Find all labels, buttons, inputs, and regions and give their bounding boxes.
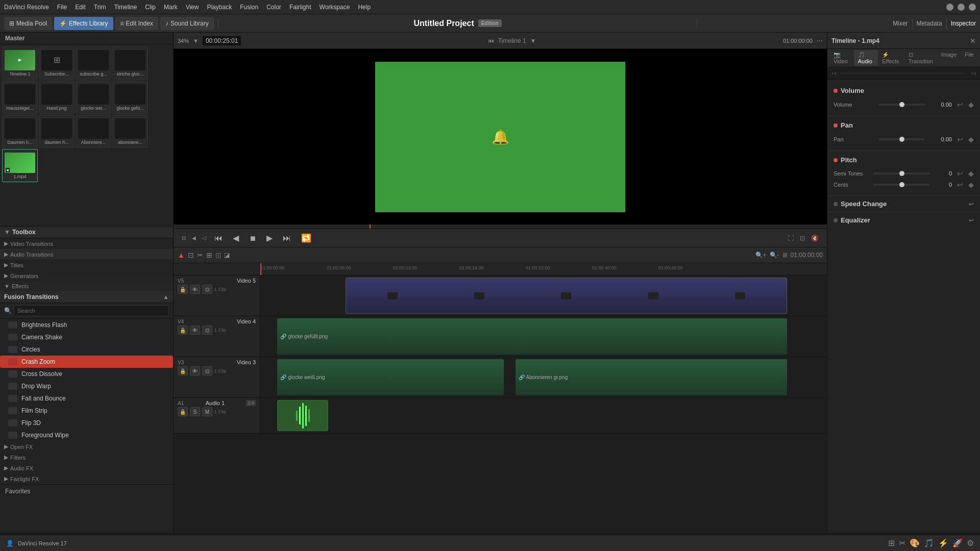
mute-button[interactable]: 🔇 bbox=[811, 235, 819, 242]
menu-edit[interactable]: Edit bbox=[75, 4, 86, 11]
blade-icon[interactable]: ✂ bbox=[197, 251, 203, 259]
cents-slider[interactable] bbox=[873, 184, 930, 186]
media-item-subscribe-g[interactable]: subscribe g... bbox=[76, 46, 111, 80]
mixer-button[interactable]: Mixer bbox=[893, 20, 908, 27]
prev-frame-icon[interactable]: ⏮ bbox=[488, 37, 494, 44]
slip-icon[interactable]: ◫ bbox=[215, 252, 221, 259]
media-item-maus[interactable]: mauszeiger... bbox=[2, 81, 38, 114]
menu-fairlight[interactable]: Fairlight bbox=[289, 4, 311, 11]
eye-v4[interactable]: 👁 bbox=[190, 325, 200, 335]
zoom-out-icon[interactable]: 🔍- bbox=[770, 252, 779, 259]
lock-a1[interactable]: 🔒 bbox=[178, 407, 188, 416]
zoom-level[interactable]: 34% bbox=[178, 38, 189, 44]
pan-keyframe[interactable]: ◆ bbox=[968, 135, 974, 143]
audio-clip-a1[interactable] bbox=[277, 400, 328, 431]
effect-brightness-flash[interactable]: Brightness Flash bbox=[0, 319, 173, 331]
close-button[interactable] bbox=[969, 4, 976, 11]
cents-keyframe[interactable]: ◆ bbox=[968, 181, 974, 189]
menu-file[interactable]: File bbox=[57, 4, 67, 11]
filters-item[interactable]: ▶ Filters bbox=[0, 452, 173, 463]
clip-v3[interactable]: ⊡ bbox=[202, 366, 212, 375]
volume-reset[interactable]: ↩ bbox=[957, 101, 963, 109]
pan-slider[interactable] bbox=[878, 138, 925, 140]
titles-item[interactable]: ▶ Titles bbox=[0, 260, 173, 270]
clip-v5[interactable]: ⊡ bbox=[202, 285, 212, 294]
menu-help[interactable]: Help bbox=[358, 4, 371, 11]
menu-mark[interactable]: Mark bbox=[164, 4, 178, 11]
effects-item-nav[interactable]: ▼ Effects bbox=[0, 281, 173, 291]
fairlight-bottom-icon[interactable]: 🎵 bbox=[924, 538, 934, 548]
effect-fall-and-bounce[interactable]: Fall and Bounce bbox=[0, 392, 173, 405]
effects-search-input[interactable] bbox=[14, 305, 169, 316]
step-back-button[interactable]: ◀ bbox=[231, 231, 241, 245]
menu-playback[interactable]: Playback bbox=[207, 4, 232, 11]
more-options-icon[interactable]: ⋯ bbox=[817, 37, 823, 44]
semitones-slider[interactable] bbox=[873, 172, 930, 174]
volume-keyframe[interactable]: ◆ bbox=[968, 101, 974, 109]
generators-item[interactable]: ▶ Generators bbox=[0, 270, 173, 281]
pan-reset[interactable]: ↩ bbox=[957, 135, 963, 143]
media-item-glocke-wei[interactable]: glocke wei... bbox=[76, 81, 111, 114]
effects-bottom-icon[interactable]: ⚡ bbox=[938, 538, 948, 548]
trim-icon[interactable]: ⊡ bbox=[188, 251, 194, 259]
toolbox-toggle[interactable]: ▼ bbox=[4, 229, 10, 236]
delivery-bottom-icon[interactable]: 🚀 bbox=[952, 538, 963, 548]
app-name[interactable]: DaVinci Resolve bbox=[4, 4, 49, 11]
media-pool-button[interactable]: ⊞ Media Pool bbox=[4, 17, 52, 30]
color-bottom-icon[interactable]: 🎨 bbox=[910, 538, 920, 548]
fairlight-fx-item[interactable]: ▶ Fairlight FX bbox=[0, 473, 173, 484]
audio-fx-item[interactable]: ▶ Audio FX bbox=[0, 463, 173, 473]
dynamic-trim-icon[interactable]: ⊞ bbox=[206, 251, 212, 259]
loop-button[interactable]: 🔁 bbox=[299, 231, 313, 245]
tab-transition[interactable]: ⊡ Transition bbox=[904, 50, 937, 66]
minimize-button[interactable] bbox=[946, 4, 953, 11]
maximize-button[interactable] bbox=[958, 4, 965, 11]
menu-color[interactable]: Color bbox=[266, 4, 281, 11]
menu-fusion[interactable]: Fusion bbox=[240, 4, 258, 11]
menu-clip[interactable]: Clip bbox=[145, 4, 156, 11]
eye-v5[interactable]: 👁 bbox=[190, 285, 200, 294]
effect-camera-shake[interactable]: Camera Shake bbox=[0, 331, 173, 343]
media-item-striche[interactable]: striche gloc... bbox=[112, 46, 148, 80]
menu-timeline[interactable]: Timeline bbox=[114, 4, 137, 11]
eye-v3[interactable]: 👁 bbox=[190, 366, 200, 375]
media-item-abonniere2[interactable]: abonniere... bbox=[112, 115, 148, 148]
open-fx-item[interactable]: ▶ Open FX bbox=[0, 441, 173, 452]
go-to-end-button[interactable]: ⏭ bbox=[281, 232, 293, 245]
settings-bottom-icon[interactable]: ⚙ bbox=[967, 538, 974, 548]
effect-crash-zoom[interactable]: Crash Zoom bbox=[0, 356, 173, 368]
tab-effects[interactable]: ⚡ Effects bbox=[878, 50, 904, 66]
cents-reset[interactable]: ↩ bbox=[957, 181, 963, 189]
sound-library-button[interactable]: ♪ Sound Library bbox=[160, 17, 214, 30]
media-item-daumen-h[interactable]: daumen h... bbox=[39, 115, 75, 148]
edit-bottom-icon[interactable]: ✂ bbox=[899, 538, 905, 548]
media-pool-bottom-icon[interactable]: ⊞ bbox=[888, 538, 895, 548]
effect-drop-warp[interactable]: Drop Warp bbox=[0, 380, 173, 392]
mute-a1[interactable]: M bbox=[202, 407, 212, 416]
media-item-hand[interactable]: Hand.png bbox=[39, 81, 75, 114]
menu-trim[interactable]: Trim bbox=[94, 4, 106, 11]
effect-foreground-wipe[interactable]: Foreground Wipe bbox=[0, 429, 173, 441]
menu-workspace[interactable]: Workspace bbox=[320, 4, 350, 11]
clip-v3-1[interactable]: 🔗 glocke weiß.png bbox=[277, 359, 504, 395]
media-item-timeline1[interactable]: ▶ Timeline 1 bbox=[2, 46, 38, 80]
zoom-in-icon[interactable]: 🔍+ bbox=[755, 252, 767, 259]
clip-select-icon[interactable]: ▲ bbox=[178, 251, 185, 259]
media-item-glocke-gef[interactable]: glocke gefü... bbox=[112, 81, 148, 114]
slide-icon[interactable]: ◪ bbox=[224, 252, 230, 259]
clip-v3-2[interactable]: 🔗 Abonnieren gr.png bbox=[516, 359, 788, 395]
clip-v5-1[interactable] bbox=[346, 278, 788, 314]
media-item-subscribe[interactable]: ⊞ Subscribe... bbox=[39, 46, 75, 80]
fullscreen-button[interactable]: ⛶ bbox=[788, 235, 794, 242]
metadata-button[interactable]: Metadata bbox=[917, 20, 942, 27]
inspector-button[interactable]: Inspector bbox=[951, 20, 976, 27]
media-item-1mp4[interactable]: ■ 1.mp4 bbox=[2, 149, 38, 182]
video-transitions-item[interactable]: ▶ Video Transitions bbox=[0, 238, 173, 249]
tab-audio[interactable]: 🎵 Audio bbox=[854, 50, 878, 66]
fit-icon[interactable]: ⊞ bbox=[782, 252, 788, 259]
media-item-daumen-h2[interactable]: Daumen h... bbox=[2, 115, 38, 148]
audio-transitions-item[interactable]: ▶ Audio Transitions bbox=[0, 249, 173, 260]
effect-cross-dissolve[interactable]: Cross Dissolve bbox=[0, 368, 173, 380]
tab-image[interactable]: Image bbox=[937, 50, 961, 66]
effect-film-strip[interactable]: Film Strip bbox=[0, 405, 173, 417]
